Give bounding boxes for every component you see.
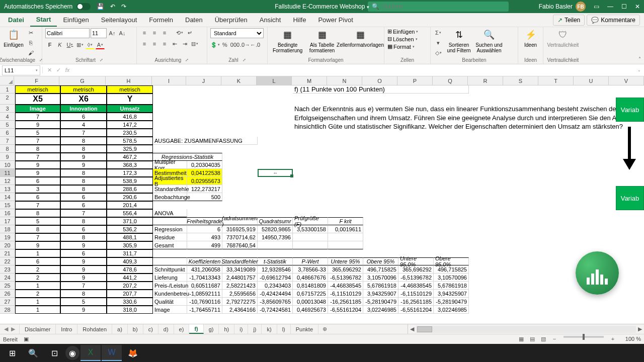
- sheet-tab-i[interactable]: i): [234, 324, 248, 334]
- reg-stat-value[interactable]: 0,02955673: [187, 177, 222, 185]
- data-cell[interactable]: 368,3: [107, 161, 153, 169]
- paste-button[interactable]: 📋 Einfügen: [3, 28, 24, 48]
- cell-scale-h[interactable]: metrisch: [107, 85, 153, 94]
- data-cell[interactable]: 371,0: [107, 217, 153, 225]
- close-icon[interactable]: ✕: [635, 3, 640, 10]
- row-header-14[interactable]: 14: [0, 193, 15, 201]
- copy-icon[interactable]: ⎘: [26, 38, 35, 47]
- column-header-Q[interactable]: Q: [433, 76, 468, 85]
- coeff-cell[interactable]: -1,76455711: [187, 306, 222, 314]
- kommentare-button[interactable]: 💬Kommentare: [587, 15, 640, 26]
- data-cell[interactable]: 8: [60, 185, 107, 193]
- row-header-18[interactable]: 18: [0, 225, 15, 233]
- row-header-10[interactable]: 10: [0, 161, 15, 169]
- coeff-cell[interactable]: Qualität: [153, 298, 187, 306]
- orientation-icon[interactable]: ⟲▾: [175, 28, 184, 37]
- coeff-cell[interactable]: 2,79272275: [222, 298, 258, 306]
- coeff-cell[interactable]: 0,46925673: [293, 306, 328, 314]
- percent-icon[interactable]: %: [220, 40, 229, 49]
- coeff-cell[interactable]: 3,02246985: [434, 306, 469, 314]
- anova-cell[interactable]: [258, 241, 293, 249]
- delete-cells-button[interactable]: ⊟ Löschen ▾: [387, 36, 418, 42]
- row-header-19[interactable]: 19: [0, 233, 15, 241]
- filename[interactable]: Fallstudie E-Commerce Webshop ▾: [275, 3, 369, 10]
- anova-header[interactable]: Prüfgröße (F): [293, 217, 328, 225]
- data-cell[interactable]: 290,6: [107, 193, 153, 201]
- find-select-button[interactable]: 🔍Suchen und Auswählen: [475, 28, 503, 53]
- row-header-27[interactable]: 27: [0, 298, 15, 306]
- anova-cell[interactable]: [328, 233, 363, 241]
- sheet-tab-b[interactable]: b): [128, 324, 143, 334]
- data-cell[interactable]: 172,3: [107, 169, 153, 177]
- insert-cells-button[interactable]: ⊞ Einfügen ▾: [387, 28, 418, 35]
- coeff-cell[interactable]: 2,44801757: [222, 274, 258, 282]
- coeff-cell[interactable]: 2,4364166: [222, 306, 258, 314]
- user-account[interactable]: Fabio Basler FB: [539, 2, 586, 12]
- coeff-cell[interactable]: -0,72424581: [258, 306, 293, 314]
- undo-icon[interactable]: ↶: [110, 3, 115, 10]
- data-cell[interactable]: 4: [60, 121, 107, 129]
- data-cell[interactable]: 8: [60, 233, 107, 241]
- data-cell[interactable]: 9: [60, 306, 107, 314]
- coeff-header[interactable]: Koeffizienten: [187, 257, 222, 265]
- row-header-25[interactable]: 25: [0, 282, 15, 290]
- sheet-tab-f[interactable]: f): [189, 324, 203, 334]
- conditional-formatting-button[interactable]: ▦Bedingte Formatierung: [271, 28, 304, 53]
- coeff-cell[interactable]: 0,48667676: [293, 274, 328, 282]
- align-top-icon[interactable]: ≡: [140, 28, 149, 37]
- page-layout-view-icon[interactable]: ▤: [527, 336, 537, 342]
- tab-daten[interactable]: Daten: [179, 13, 209, 27]
- data-cell[interactable]: 6: [15, 257, 60, 265]
- search-box[interactable]: 🔍: [368, 2, 509, 12]
- horizontal-scrollbar[interactable]: [416, 326, 636, 333]
- data-cell[interactable]: 5: [15, 129, 60, 137]
- anova-header[interactable]: [153, 217, 187, 225]
- data-cell[interactable]: 9: [15, 161, 60, 169]
- anova-header[interactable]: F krit: [328, 217, 363, 225]
- align-left-icon[interactable]: ≡: [140, 39, 149, 48]
- coeff-cell[interactable]: -5,28190479: [434, 298, 469, 306]
- anova-cell[interactable]: 7687640,54: [222, 241, 258, 249]
- row-header-12[interactable]: 12: [0, 177, 15, 185]
- clear-icon[interactable]: ◇▾: [434, 48, 443, 57]
- coeff-header[interactable]: Untere 95,0%: [398, 257, 434, 265]
- sheet-tab-h[interactable]: h): [219, 324, 234, 334]
- sheet-tab-c[interactable]: c): [143, 324, 158, 334]
- coeff-cell[interactable]: 365,696292: [328, 265, 363, 274]
- data-cell[interactable]: 207,7: [107, 290, 153, 298]
- data-cell[interactable]: 578,5: [107, 137, 153, 145]
- dialog-launcher-icon[interactable]: ⤢: [100, 58, 103, 62]
- teilen-button[interactable]: ↗Teilen: [553, 15, 585, 26]
- row-header-24[interactable]: 24: [0, 274, 15, 282]
- anova-cell[interactable]: 14950,7396: [258, 233, 293, 241]
- sort-filter-button[interactable]: ⇅Sortieren und Filtern: [445, 28, 473, 53]
- data-cell[interactable]: 441,2: [107, 274, 153, 282]
- coeff-cell[interactable]: -16,2561185: [398, 298, 434, 306]
- coeff-header[interactable]: Obere 95,0%: [434, 257, 469, 265]
- cell-styles-button[interactable]: ▦Zellenformatvorlagen: [340, 28, 381, 48]
- column-header-G[interactable]: G: [59, 76, 106, 85]
- anova-header[interactable]: Freiheitsgrade: [187, 217, 222, 225]
- italic-button[interactable]: K: [55, 40, 64, 49]
- data-cell[interactable]: 1: [15, 249, 60, 257]
- coeff-cell[interactable]: 431,206058: [187, 265, 222, 274]
- shape-variable-2[interactable]: Variab: [616, 186, 644, 210]
- column-header-I[interactable]: I: [152, 76, 186, 85]
- row-header-5[interactable]: 5: [0, 121, 15, 129]
- data-cell[interactable]: 201,4: [107, 201, 153, 209]
- data-cell[interactable]: 9: [15, 169, 60, 177]
- data-cell[interactable]: 536,2: [107, 225, 153, 233]
- align-middle-icon[interactable]: ≡: [150, 28, 159, 37]
- row-header-28[interactable]: 28: [0, 306, 15, 314]
- align-right-icon[interactable]: ≡: [160, 39, 169, 48]
- coeff-cell[interactable]: 33,3419089: [222, 265, 258, 274]
- anova-cell[interactable]: 493: [187, 233, 222, 241]
- coeff-cell[interactable]: -6,55161204: [398, 306, 434, 314]
- sheet-tab-Punkte[interactable]: Punkte: [291, 324, 318, 334]
- anova-cell[interactable]: 52820,9865: [258, 225, 293, 233]
- formula-input[interactable]: [74, 65, 634, 75]
- shape-variable-1[interactable]: Variab: [616, 98, 644, 122]
- coeff-header[interactable]: [153, 257, 187, 265]
- sheet-nav-prev-icon[interactable]: ◀: [4, 326, 8, 332]
- scroll-left-icon[interactable]: ◀: [408, 326, 416, 332]
